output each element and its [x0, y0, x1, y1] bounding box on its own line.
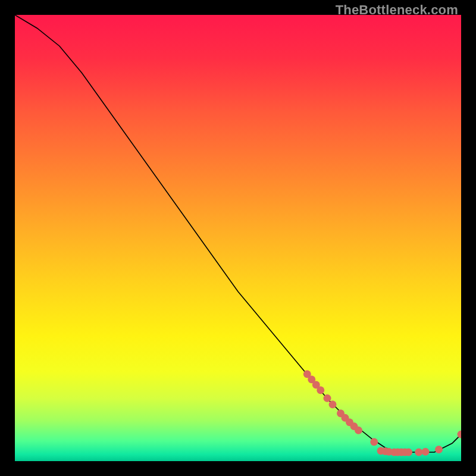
- curve-marker: [329, 400, 337, 408]
- curve-marker: [355, 427, 362, 434]
- bottleneck-chart: [15, 15, 461, 461]
- curve-marker: [415, 449, 422, 456]
- curve-marker: [317, 386, 324, 394]
- curve-marker: [370, 438, 378, 446]
- chart-container: [15, 15, 461, 461]
- curve-marker: [435, 446, 443, 453]
- curve-marker: [422, 448, 430, 456]
- chart-background-gradient: [15, 15, 461, 461]
- curve-marker: [405, 449, 412, 456]
- curve-marker: [324, 394, 331, 402]
